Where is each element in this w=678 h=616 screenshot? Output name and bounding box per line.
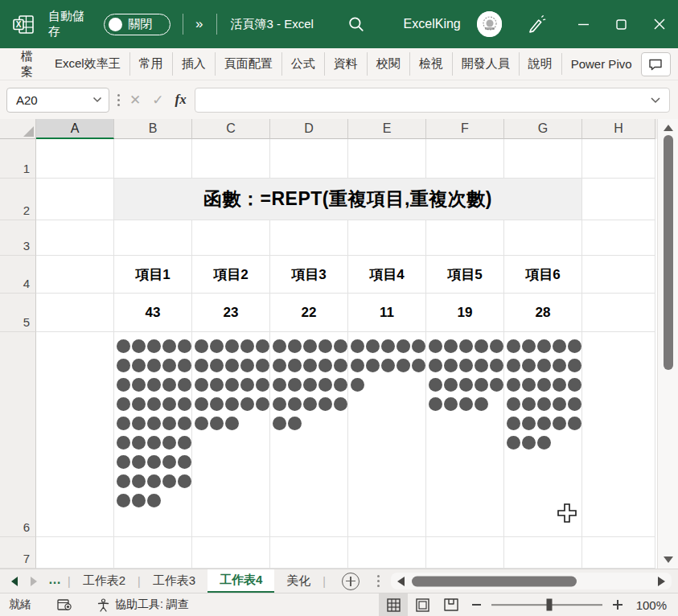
vertical-scrollbar[interactable] (657, 119, 678, 569)
excel-app-icon[interactable]: X (13, 14, 35, 35)
tab-ribbon-6[interactable]: 校閱 (367, 52, 409, 76)
column-header-D[interactable]: D (270, 119, 348, 139)
cell-E3[interactable] (348, 220, 426, 256)
cell-D7[interactable] (270, 537, 348, 569)
cell-H3[interactable] (582, 220, 655, 256)
cell-C1[interactable] (192, 139, 270, 179)
enter-icon[interactable]: ✓ (152, 92, 163, 109)
scroll-left-icon[interactable] (397, 577, 405, 586)
cell-D4-category[interactable]: 項目3 (270, 256, 348, 294)
select-all-button[interactable] (0, 119, 36, 139)
tab-ribbon-9[interactable]: 說明 (519, 52, 561, 76)
cell-D5-value[interactable]: 22 (270, 294, 348, 332)
cell-G1[interactable] (504, 139, 582, 179)
column-header-C[interactable]: C (192, 119, 270, 139)
tab-ribbon-7[interactable]: 檢視 (409, 52, 452, 76)
cell-B3[interactable] (114, 220, 192, 256)
row-header-6[interactable]: 6 (0, 332, 36, 537)
cell-G4-category[interactable]: 項目6 (504, 256, 582, 294)
cell-H4[interactable] (582, 256, 655, 294)
tab-file[interactable]: 檔案 (11, 45, 43, 84)
cell-C4-category[interactable]: 項目2 (192, 256, 270, 294)
row-header-5[interactable]: 5 (0, 294, 36, 332)
horizontal-scroll-thumb[interactable] (412, 576, 577, 586)
formula-grip-handle[interactable] (117, 94, 120, 106)
expand-formula-bar-icon[interactable] (650, 97, 661, 104)
cell-A7[interactable] (36, 537, 114, 569)
cell-F3[interactable] (426, 220, 504, 256)
row-header-3[interactable]: 3 (0, 220, 36, 256)
row-header-2[interactable]: 2 (0, 179, 36, 220)
column-header-E[interactable]: E (348, 119, 426, 139)
record-macro-button[interactable] (57, 598, 72, 611)
horizontal-scrollbar[interactable] (391, 573, 672, 589)
tabbar-grip-handle[interactable] (377, 569, 380, 593)
zoom-in-button[interactable] (607, 593, 628, 616)
accessibility-status[interactable]: 協助工具: 調查 (97, 598, 189, 612)
minimize-button[interactable] (565, 0, 602, 48)
cell-A1[interactable] (36, 139, 114, 179)
autosave-toggle[interactable]: 關閉 (104, 14, 171, 35)
search-icon[interactable] (347, 15, 365, 33)
cell-B4-category[interactable]: 項目1 (114, 256, 192, 294)
cell-F1[interactable] (426, 139, 504, 179)
close-button[interactable] (640, 0, 678, 48)
cell-E1[interactable] (348, 139, 426, 179)
prev-sheet-icon[interactable] (11, 577, 18, 586)
cell-G5-value[interactable]: 28 (504, 294, 582, 332)
column-header-F[interactable]: F (426, 119, 504, 139)
ink-pen-icon[interactable] (526, 14, 547, 35)
cell-C3[interactable] (192, 220, 270, 256)
scroll-right-icon[interactable] (658, 577, 665, 586)
cancel-icon[interactable]: ✕ (129, 92, 141, 109)
tab-ribbon-4[interactable]: 公式 (281, 52, 324, 76)
cell-H2[interactable] (582, 179, 655, 220)
vertical-scroll-thumb[interactable] (664, 135, 673, 370)
user-avatar[interactable] (477, 11, 503, 37)
column-header-B[interactable]: B (114, 119, 192, 139)
comments-button[interactable] (641, 52, 671, 76)
cell-C6-dots[interactable] (192, 332, 270, 537)
scroll-up-icon[interactable] (664, 125, 673, 131)
add-sheet-button[interactable] (342, 573, 360, 590)
tab-ribbon-3[interactable]: 頁面配置 (215, 52, 281, 76)
cell-D1[interactable] (270, 139, 348, 179)
cell-B5-value[interactable]: 43 (114, 294, 192, 332)
column-header-H[interactable]: H (582, 119, 655, 139)
maximize-button[interactable] (602, 0, 640, 48)
cell-B1[interactable] (114, 139, 192, 179)
sheet-tab-工作表2[interactable]: 工作表2 (71, 569, 138, 593)
cell-E6-dots[interactable] (348, 332, 426, 537)
sheet-tab-工作表3[interactable]: 工作表3 (141, 569, 208, 593)
normal-view-button[interactable] (379, 593, 408, 616)
cell-E5-value[interactable]: 11 (348, 294, 426, 332)
row-header-1[interactable]: 1 (0, 139, 36, 179)
scroll-down-icon[interactable] (664, 556, 673, 563)
cell-H5[interactable] (582, 294, 655, 332)
column-header-G[interactable]: G (504, 119, 582, 139)
cell-D3[interactable] (270, 220, 348, 256)
cell-H1[interactable] (582, 139, 655, 179)
cell-F4-category[interactable]: 項目5 (426, 256, 504, 294)
cell-G7[interactable] (504, 537, 582, 569)
rept-title-cell[interactable]: 函數：=REPT(重複項目,重複次數) (114, 179, 582, 220)
insert-function-icon[interactable]: fx (175, 92, 187, 108)
page-break-preview-button[interactable] (437, 593, 466, 616)
zoom-level[interactable]: 100% (628, 598, 678, 612)
cell-F5-value[interactable]: 19 (426, 294, 504, 332)
tab-ribbon-1[interactable]: 常用 (129, 52, 172, 76)
tab-ribbon-8[interactable]: 開發人員 (452, 52, 519, 76)
cell-H7[interactable] (582, 537, 655, 569)
tab-ribbon-5[interactable]: 資料 (324, 52, 367, 76)
page-layout-view-button[interactable] (408, 593, 437, 616)
row-header-4[interactable]: 4 (0, 256, 36, 294)
cell-A3[interactable] (36, 220, 114, 256)
cell-A2[interactable] (36, 179, 114, 220)
cell-A5[interactable] (36, 294, 114, 332)
cell-D6-dots[interactable] (270, 332, 348, 537)
cell-F7[interactable] (426, 537, 504, 569)
cell-A6[interactable] (36, 332, 114, 537)
tab-ribbon-2[interactable]: 插入 (172, 52, 215, 76)
row-header-7[interactable]: 7 (0, 537, 36, 569)
more-sheets-indicator[interactable]: … (37, 569, 68, 593)
